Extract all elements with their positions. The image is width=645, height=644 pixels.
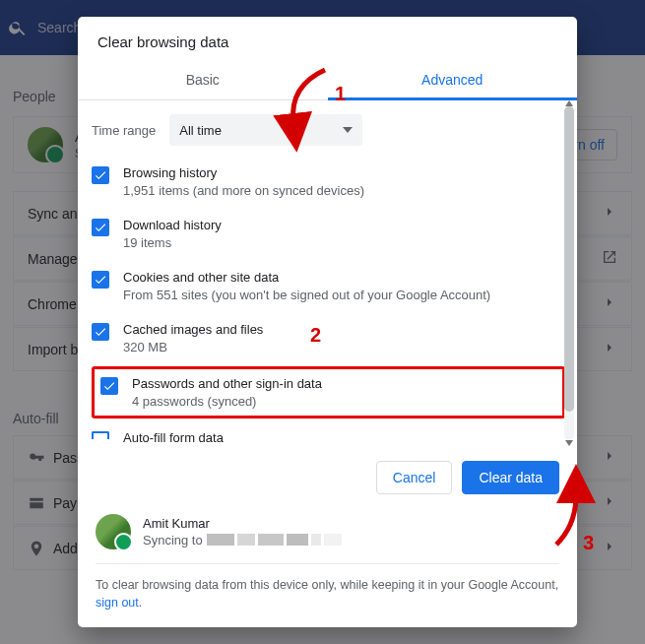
time-range-row: Time range All time (92, 100, 565, 156)
checkbox-icon[interactable] (100, 377, 118, 395)
dialog-body: Time range All time Browsing history 1,9… (78, 100, 577, 446)
time-range-select[interactable]: All time (169, 114, 362, 146)
dialog-footer: Cancel Clear data (78, 446, 577, 508)
tabs: Basic Advanced (78, 58, 577, 100)
item-sub: 19 items (123, 235, 222, 250)
account-info: Amit Kumar Syncing to (78, 508, 577, 563)
item-title: Cookies and other site data (123, 270, 490, 285)
footnote-text: To clear browsing data from this device … (96, 578, 558, 592)
checkbox-icon[interactable] (92, 271, 109, 289)
item-title: Passwords and other sign-in data (132, 376, 322, 391)
checkbox-icon[interactable] (92, 323, 109, 341)
scroll-up-icon[interactable] (564, 100, 574, 108)
checkbox-icon[interactable] (92, 431, 109, 439)
dialog-title: Clear browsing data (78, 17, 577, 52)
item-title: Browsing history (123, 165, 364, 180)
clear-data-dialog: Clear browsing data Basic Advanced Time … (78, 17, 577, 627)
item-browsing-history[interactable]: Browsing history 1,951 items (and more o… (92, 156, 565, 208)
scrollbar-thumb[interactable] (564, 106, 574, 412)
scroll-area: Time range All time Browsing history 1,9… (78, 100, 565, 446)
signout-link[interactable]: sign out (96, 596, 139, 610)
tab-basic[interactable]: Basic (78, 58, 328, 99)
item-title: Cached images and files (123, 322, 263, 337)
item-passwords[interactable]: Passwords and other sign-in data 4 passw… (92, 366, 565, 419)
avatar (96, 514, 131, 549)
cancel-button[interactable]: Cancel (376, 461, 453, 494)
scroll-down-icon[interactable] (564, 438, 574, 446)
checkbox-icon[interactable] (92, 219, 109, 236)
footnote-post: . (139, 596, 142, 610)
item-title: Auto-fill form data (123, 430, 224, 445)
time-range-label: Time range (92, 123, 156, 138)
clear-data-button[interactable]: Clear data (462, 461, 559, 494)
item-title: Download history (123, 218, 222, 232)
account-name: Amit Kumar (143, 516, 342, 531)
item-autofill[interactable]: Auto-fill form data (92, 420, 565, 446)
item-cookies[interactable]: Cookies and other site data From 551 sit… (92, 260, 565, 312)
footnote: To clear browsing data from this device … (78, 564, 577, 627)
sync-prefix: Syncing to (143, 533, 203, 547)
dropdown-icon (343, 123, 353, 138)
item-sub: 4 passwords (synced) (132, 394, 322, 409)
item-sub: From 551 sites (you won't be signed out … (123, 288, 490, 302)
item-sub: 1,951 items (and more on synced devices) (123, 183, 364, 198)
tab-advanced[interactable]: Advanced (328, 58, 578, 99)
checkbox-icon[interactable] (92, 166, 109, 184)
item-cached[interactable]: Cached images and files 320 MB (92, 312, 565, 364)
time-range-value: All time (179, 123, 222, 138)
item-sub: 320 MB (123, 340, 263, 354)
item-download-history[interactable]: Download history 19 items (92, 208, 565, 260)
redacted-email (207, 534, 342, 546)
